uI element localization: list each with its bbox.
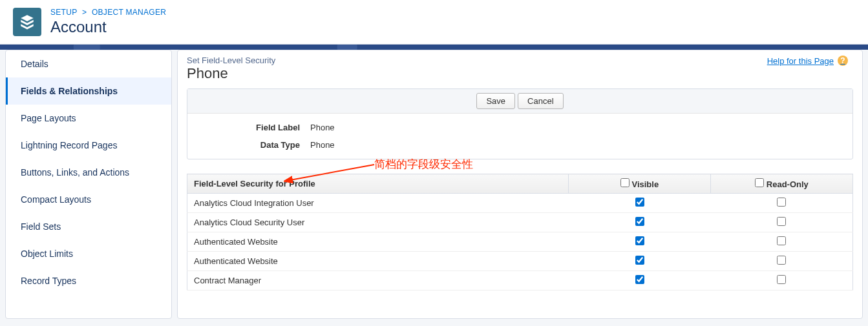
sidebar-item-page-layouts[interactable]: Page Layouts: [6, 105, 171, 132]
breadcrumb-sep: >: [82, 8, 87, 17]
annotation-arrow-icon: [284, 161, 387, 187]
subtitle: Set Field-Level Security: [187, 56, 853, 65]
visible-checkbox[interactable]: [635, 198, 644, 207]
help-link-label: Help for this Page: [767, 56, 834, 66]
help-link[interactable]: Help for this Page ?: [767, 56, 848, 66]
sidebar-item-object-limits[interactable]: Object Limits: [6, 240, 171, 267]
breadcrumb-setup[interactable]: SETUP: [50, 8, 77, 17]
readonly-checkbox[interactable]: [777, 198, 786, 207]
sidebar-item-field-sets[interactable]: Field Sets: [6, 213, 171, 240]
sidebar-item-fields[interactable]: Fields & Relationships: [6, 77, 171, 105]
readonly-checkbox[interactable]: [777, 275, 786, 284]
sidebar: Details Fields & Relationships Page Layo…: [5, 50, 172, 319]
table-row: Contract Manager: [187, 271, 853, 290]
field-label-value: Phone: [310, 123, 335, 132]
profile-name: Contract Manager: [187, 271, 569, 290]
col-readonly: Read-Only: [711, 174, 853, 194]
visible-checkbox[interactable]: [635, 256, 644, 265]
sidebar-item-compact[interactable]: Compact Layouts: [6, 186, 171, 213]
visible-checkbox[interactable]: [635, 236, 644, 245]
help-icon: ?: [838, 56, 848, 66]
save-button[interactable]: Save: [476, 93, 515, 109]
object-manager-icon: [13, 8, 41, 36]
profile-name: Authenticated Website: [187, 252, 569, 271]
svg-line-0: [290, 165, 374, 180]
field-label-label: Field Label: [187, 123, 310, 132]
cancel-button[interactable]: Cancel: [518, 93, 563, 109]
readonly-checkbox[interactable]: [777, 217, 786, 226]
visible-checkbox[interactable]: [635, 217, 644, 226]
page-header: SETUP > OBJECT MANAGER Account: [0, 0, 868, 45]
readonly-checkbox[interactable]: [777, 236, 786, 245]
readonly-all-checkbox[interactable]: [755, 178, 764, 187]
sidebar-item-details[interactable]: Details: [6, 50, 171, 77]
profile-name: Analytics Cloud Integration User: [187, 194, 569, 213]
profile-name: Authenticated Website: [187, 232, 569, 252]
col-visible: Visible: [569, 174, 711, 194]
sidebar-item-record-types[interactable]: Record Types: [6, 267, 171, 294]
table-row: Authenticated Website: [187, 252, 853, 271]
visible-checkbox[interactable]: [635, 275, 644, 284]
col-visible-label: Visible: [631, 179, 659, 189]
field-panel: Save Cancel Field Label Phone Data Type …: [187, 88, 853, 159]
data-type-label: Data Type: [187, 140, 310, 150]
button-row: Save Cancel: [187, 89, 852, 114]
fls-table: Field-Level Security for Profile Visible…: [187, 174, 853, 290]
decorative-band: [0, 45, 868, 50]
object-title: Phone: [187, 65, 853, 82]
table-row: Analytics Cloud Security User: [187, 213, 853, 232]
breadcrumb-object-manager[interactable]: OBJECT MANAGER: [92, 8, 166, 17]
sidebar-item-buttons[interactable]: Buttons, Links, and Actions: [6, 159, 171, 186]
annotation-text: 简档的字段级安全性: [374, 157, 473, 172]
breadcrumb: SETUP > OBJECT MANAGER: [50, 8, 166, 17]
col-readonly-label: Read-Only: [767, 179, 809, 189]
page-title: Account: [50, 18, 166, 36]
readonly-checkbox[interactable]: [777, 256, 786, 265]
data-type-value: Phone: [310, 140, 335, 150]
main-content: Help for this Page ? Set Field-Level Sec…: [177, 50, 863, 319]
table-row: Analytics Cloud Integration User: [187, 194, 853, 213]
sidebar-item-lightning[interactable]: Lightning Record Pages: [6, 132, 171, 159]
table-row: Authenticated Website: [187, 232, 853, 252]
visible-all-checkbox[interactable]: [620, 178, 630, 187]
profile-name: Analytics Cloud Security User: [187, 213, 569, 232]
